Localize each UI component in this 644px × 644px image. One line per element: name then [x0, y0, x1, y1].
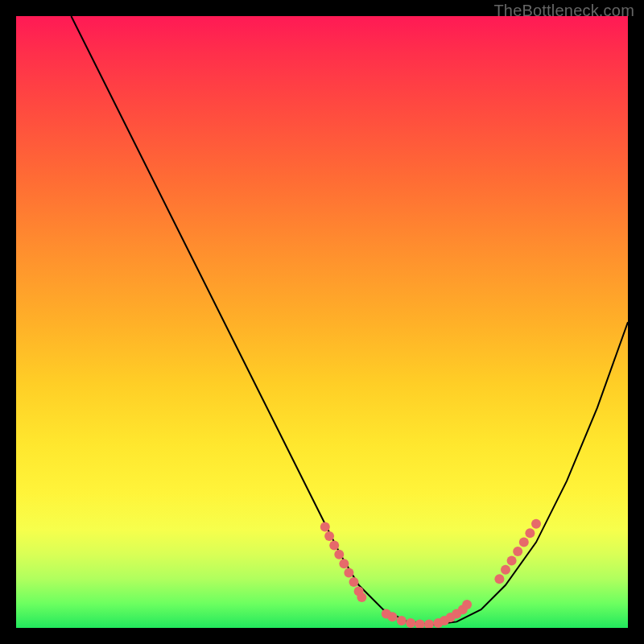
chart-svg: [16, 16, 628, 628]
highlight-dot: [424, 619, 434, 628]
highlight-dots: [320, 519, 541, 628]
highlight-dot: [462, 600, 472, 609]
highlight-dot: [494, 574, 504, 584]
highlight-dot: [349, 577, 359, 587]
highlight-dot: [507, 555, 517, 565]
highlight-dot: [387, 612, 397, 621]
highlight-dot: [339, 559, 349, 568]
highlight-dot: [406, 618, 415, 628]
highlight-dot: [397, 616, 407, 625]
bottleneck-curve: [71, 16, 628, 625]
highlight-dot: [513, 547, 522, 556]
plot-area: [16, 16, 628, 628]
watermark-text: TheBottleneck.com: [493, 2, 634, 20]
chart-container: TheBottleneck.com: [0, 0, 644, 644]
highlight-dot: [525, 528, 535, 538]
highlight-dot: [501, 565, 510, 575]
highlight-dot: [531, 519, 541, 529]
highlight-dot: [320, 522, 330, 532]
highlight-dot: [329, 540, 339, 550]
highlight-dot: [334, 550, 344, 559]
highlight-dot: [357, 592, 366, 602]
highlight-dot: [344, 568, 353, 578]
highlight-dot: [324, 531, 334, 541]
highlight-dot: [519, 538, 529, 547]
highlight-dot: [415, 619, 425, 628]
